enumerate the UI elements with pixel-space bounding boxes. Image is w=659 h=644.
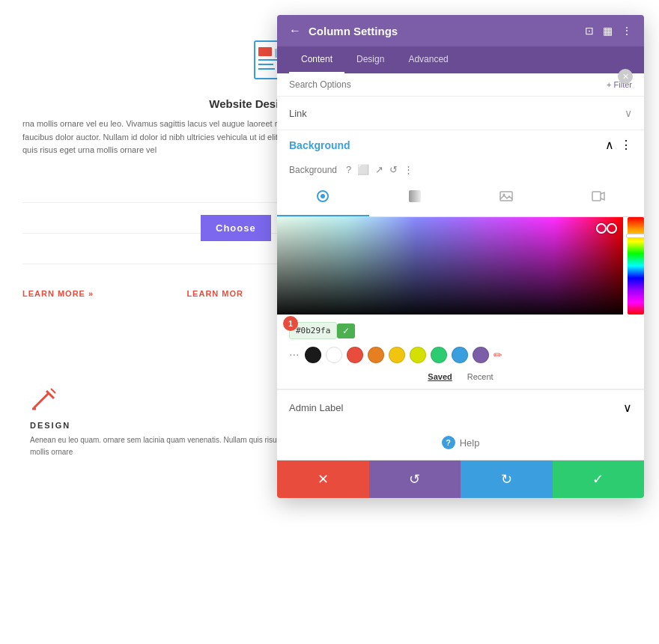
help-icon: ? (442, 436, 455, 449)
panel-header: ← Column Settings ⊡ ▦ ⋮ (277, 15, 644, 46)
link-section-title: Link (289, 108, 307, 119)
svg-line-14 (51, 389, 55, 393)
svg-point-22 (321, 194, 325, 198)
type-tab-gradient[interactable] (369, 181, 461, 216)
recent-tab[interactable]: Recent (467, 372, 494, 381)
background-label: Background (289, 165, 337, 175)
help-button[interactable]: ? Help (442, 436, 480, 449)
hue-slider[interactable] (628, 217, 644, 315)
panel-expand-icon[interactable]: ⊡ (585, 25, 594, 37)
admin-label-title: Admin Label (289, 402, 343, 413)
save-button[interactable]: ✓ (553, 461, 645, 498)
hue-handle[interactable] (626, 234, 644, 238)
background-up-icon[interactable]: ∧ (605, 138, 614, 152)
swatch-black[interactable] (305, 347, 321, 363)
swatch-blue[interactable] (452, 347, 468, 363)
edit-swatch-icon[interactable]: ✏ (494, 349, 502, 361)
redo-button[interactable]: ↻ (461, 461, 553, 498)
more-swatches-icon[interactable]: ··· (289, 348, 299, 362)
tab-content[interactable]: Content (289, 46, 344, 73)
background-icons: ? ⬜ ↗ ↺ ⋮ (346, 164, 413, 175)
hex-confirm-button[interactable]: ✓ (337, 323, 355, 338)
panel-tabs: Content Design Advanced (277, 46, 644, 73)
color-cursor-primary[interactable] (607, 223, 617, 234)
panel-body: Link ∨ Background ∧ ⋮ Background ? ⬜ ↗ ↺… (277, 97, 644, 460)
undo-button[interactable]: ↺ (369, 461, 461, 498)
swatch-yellow-2[interactable] (410, 347, 426, 363)
choose-button[interactable]: Choose (201, 215, 271, 241)
admin-label-section[interactable]: Admin Label ∨ (277, 389, 644, 425)
panel-footer: ✕ ↺ ↻ ✓ (277, 460, 644, 498)
svg-rect-24 (500, 192, 512, 201)
svg-rect-1 (258, 47, 272, 56)
swatch-green[interactable] (431, 347, 447, 363)
tab-advanced[interactable]: Advanced (396, 46, 460, 73)
background-more-icon[interactable]: ⋮ (620, 138, 632, 152)
swatch-yellow-1[interactable] (389, 347, 405, 363)
panel-columns-icon[interactable]: ▦ (603, 25, 613, 37)
link-chevron-icon: ∨ (625, 107, 632, 119)
saved-recent-tabs: Saved Recent (277, 369, 644, 389)
bg-copy-icon[interactable]: ⬜ (357, 164, 369, 175)
learn-more-1[interactable]: LEARN MORE » (22, 289, 97, 298)
panel-back-button[interactable]: ← (289, 24, 301, 37)
cancel-button[interactable]: ✕ (277, 461, 369, 498)
bg-options-icon[interactable]: ⋮ (404, 164, 413, 175)
svg-rect-26 (592, 192, 601, 201)
background-section-title: Background (289, 139, 350, 151)
notification-badge: 1 (283, 316, 298, 331)
type-tab-image[interactable] (461, 181, 553, 216)
column-settings-panel: ← Column Settings ⊡ ▦ ⋮ Content Design A… (277, 15, 644, 498)
type-tab-video[interactable] (553, 181, 645, 216)
color-cursor-secondary[interactable] (596, 223, 607, 234)
background-controls: ∧ ⋮ (605, 138, 632, 152)
swatch-red-1[interactable] (347, 347, 363, 363)
background-label-row: Background ? ⬜ ↗ ↺ ⋮ (277, 160, 644, 181)
type-tab-color[interactable] (277, 181, 369, 216)
svg-rect-2 (258, 59, 277, 61)
learn-more-2[interactable]: LEARN MOR (186, 289, 247, 298)
background-type-tabs (277, 181, 644, 217)
swatches-row: ··· ✏ (277, 344, 644, 369)
bg-cursor-icon[interactable]: ↗ (375, 164, 383, 175)
admin-chevron-icon: ∨ (623, 401, 632, 415)
saved-tab[interactable]: Saved (428, 372, 452, 381)
background-section: Background ∧ ⋮ Background ? ⬜ ↗ ↺ ⋮ (277, 130, 644, 389)
swatch-orange[interactable] (368, 347, 384, 363)
design-icon (30, 385, 60, 415)
search-input[interactable] (289, 79, 607, 90)
tab-design[interactable]: Design (344, 46, 396, 73)
panel-header-icons: ⊡ ▦ ⋮ (585, 25, 632, 37)
panel-title: Column Settings (309, 25, 577, 37)
link-section[interactable]: Link ∨ (277, 97, 644, 130)
panel-close-button[interactable]: ✕ (618, 69, 633, 84)
help-label: Help (460, 437, 480, 449)
panel-menu-icon[interactable]: ⋮ (622, 25, 632, 37)
bg-reset-icon[interactable]: ↺ (389, 164, 398, 175)
background-section-header: Background ∧ ⋮ (277, 130, 644, 160)
swatch-white[interactable] (326, 347, 342, 363)
color-input-row: 1 #0b29fa ✓ (277, 315, 644, 344)
help-row: ? Help (277, 425, 644, 460)
color-gradient-area[interactable] (277, 217, 644, 315)
svg-rect-23 (409, 190, 421, 202)
svg-rect-4 (258, 68, 275, 70)
hex-input-wrap: 1 #0b29fa ✓ (289, 322, 355, 339)
panel-search-row: + Filter (277, 73, 644, 97)
svg-line-11 (34, 393, 49, 408)
svg-rect-3 (258, 64, 273, 65)
color-picker[interactable]: 1 #0b29fa ✓ ··· ✏ (277, 217, 644, 389)
bg-question-icon[interactable]: ? (346, 164, 351, 175)
swatch-purple[interactable] (473, 347, 489, 363)
